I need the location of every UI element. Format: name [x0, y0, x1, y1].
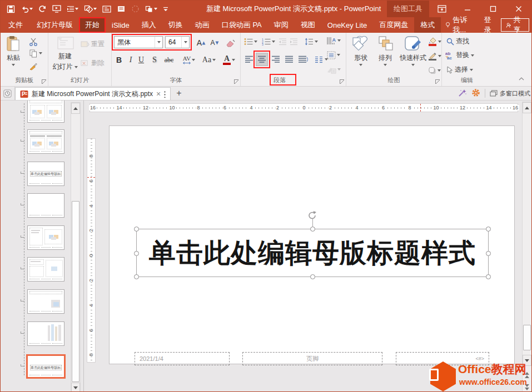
shapes-button[interactable]: 形状	[349, 36, 373, 66]
main-scrollbar[interactable]	[522, 102, 532, 392]
font-size-combo[interactable]: 64	[165, 36, 190, 48]
character-spacing-button[interactable]: AV	[180, 54, 198, 66]
new-document-tab-button[interactable]: +	[171, 87, 187, 100]
office-tab-menu-icon[interactable]	[1, 87, 15, 100]
date-placeholder[interactable]: 2021/1/4	[135, 352, 230, 365]
tab-format[interactable]: 格式	[414, 17, 441, 33]
shrink-font-button[interactable]: A	[208, 37, 221, 48]
line-spacing-button[interactable]	[303, 36, 320, 47]
tab-review[interactable]: 审阅	[268, 17, 295, 33]
indent-lines-icon[interactable]	[65, 4, 80, 14]
tab-onekey[interactable]: OneKey Lite	[321, 17, 374, 33]
italic-button[interactable]: I	[126, 54, 135, 66]
slide-thumbnail-6[interactable]	[27, 257, 64, 282]
text-direction-button[interactable]: A	[323, 35, 344, 46]
main-scroll-up-icon[interactable]	[523, 102, 531, 113]
paragraph-dialog-launcher[interactable]	[340, 79, 344, 84]
slide-thumbnail-4[interactable]	[27, 193, 64, 218]
sign-in-button[interactable]: 登录	[478, 17, 500, 33]
resize-handle-e[interactable]	[486, 251, 491, 256]
customize-qat-icon[interactable]	[161, 5, 170, 13]
distribute-text-button[interactable]	[296, 53, 310, 66]
increase-indent-button[interactable]	[289, 36, 299, 47]
text-shadow-button[interactable]: S	[150, 54, 160, 66]
bullets-button[interactable]	[243, 36, 258, 47]
resize-handle-sw[interactable]	[134, 274, 139, 279]
shape-fill-button[interactable]	[429, 36, 441, 47]
quick-styles-button[interactable]: 快速样式	[397, 36, 429, 66]
multi-window-mode-button[interactable]: 多窗口模式	[490, 89, 530, 98]
align-center-button[interactable]	[256, 53, 268, 66]
drawing-dialog-launcher[interactable]	[435, 79, 440, 84]
tab-transitions[interactable]: 切换	[162, 17, 189, 33]
tab-baidu-netdisk[interactable]: 百度网盘	[373, 17, 414, 33]
reset-button[interactable]: 重置	[81, 39, 105, 49]
shape-combine-icon[interactable]	[82, 4, 98, 14]
tab-pocket-animation[interactable]: 口袋动画 PA	[216, 17, 268, 33]
slide-canvas[interactable]: 单击此处编辑母版标题样式 2021/1/4 页脚 <#>	[109, 125, 515, 364]
tab-menu-icon[interactable]	[164, 91, 166, 98]
format-painter-button[interactable]	[27, 61, 40, 72]
share-button[interactable]: 共享	[501, 18, 529, 32]
resize-handle-w[interactable]	[134, 251, 139, 256]
tab-islide[interactable]: iSlide	[106, 17, 136, 33]
undo-icon[interactable]	[19, 4, 34, 14]
resize-handle-ne[interactable]	[486, 227, 491, 232]
save-icon[interactable]	[5, 4, 17, 14]
slide-thumbnail-7[interactable]	[27, 289, 64, 314]
main-scrollbar-thumb[interactable]	[523, 325, 531, 350]
resize-handle-s[interactable]	[310, 274, 315, 279]
gear-icon[interactable]	[471, 88, 480, 99]
redo-icon[interactable]	[37, 4, 48, 14]
thumbnail-scroll-up-icon[interactable]	[71, 103, 80, 114]
tab-view[interactable]: 视图	[295, 17, 321, 33]
underline-button[interactable]: U	[136, 54, 146, 66]
thumbnail-scroll-down-icon[interactable]	[71, 383, 80, 392]
replace-button[interactable]: abac 替换	[445, 51, 474, 60]
slide-thumbnail-2[interactable]	[27, 129, 64, 154]
strikethrough-button[interactable]: abc	[162, 54, 176, 66]
arrange-button[interactable]: 排列	[374, 36, 396, 66]
resize-handle-nw[interactable]	[134, 227, 139, 232]
tab-slide-master[interactable]: 幻灯片母版	[31, 17, 79, 33]
tell-me-box[interactable]: 告诉我...	[441, 17, 478, 33]
grow-font-button[interactable]: A	[195, 37, 207, 48]
tab-close-icon[interactable]: ×	[156, 89, 161, 98]
text-box-icon[interactable]	[101, 4, 113, 14]
footer-placeholder[interactable]: 页脚	[242, 352, 382, 365]
ribbon-display-options-icon[interactable]	[429, 1, 455, 17]
align-left-button[interactable]	[243, 53, 255, 66]
arrange-layers-icon[interactable]	[143, 4, 159, 14]
slide-thumbnail-8[interactable]	[27, 321, 64, 346]
font-color-button[interactable]: A	[221, 54, 237, 66]
clipboard-dialog-launcher[interactable]	[42, 79, 46, 84]
slide-thumbnail-3[interactable]: 单击此处编辑母版标题样式	[27, 162, 64, 186]
tab-file[interactable]: 文件	[1, 17, 31, 33]
slide-thumbnail-1[interactable]	[27, 100, 64, 123]
slide-thumbnail-9[interactable]: 单击此处编辑母版标题样式	[26, 354, 66, 379]
cut-button[interactable]	[27, 37, 40, 47]
resize-handle-se[interactable]	[486, 274, 491, 279]
rotation-handle-icon[interactable]	[307, 210, 317, 222]
thumbnail-scrollbar[interactable]	[71, 102, 81, 392]
font-name-combo[interactable]: 黑体	[114, 36, 163, 48]
title-placeholder-box[interactable]: 单击此处编辑母版标题样式	[136, 229, 489, 277]
new-slide-icon[interactable]	[115, 4, 127, 14]
wand-icon[interactable]	[458, 88, 467, 99]
bold-button[interactable]: B	[114, 54, 124, 66]
document-tab-active[interactable]: P 新建 Microsoft PowerPoint 演示文稿.pptx ×	[15, 87, 171, 100]
select-button[interactable]: 选择	[446, 65, 473, 74]
copy-button[interactable]	[27, 48, 44, 58]
thumbnail-scrollbar-thumb[interactable]	[72, 201, 79, 382]
justify-button[interactable]	[283, 53, 295, 66]
shape-outline-button[interactable]	[429, 51, 441, 62]
shape-effects-button[interactable]	[429, 65, 441, 76]
delete-button[interactable]: 删除	[81, 58, 105, 68]
tab-home[interactable]: 开始	[79, 17, 106, 33]
font-dialog-launcher[interactable]	[234, 79, 238, 84]
collapse-ribbon-button[interactable]	[516, 75, 526, 83]
paste-button[interactable]: 粘贴	[3, 36, 23, 66]
new-slide-button[interactable]: 新建 幻灯片	[52, 35, 78, 72]
start-slideshow-icon[interactable]	[51, 4, 63, 14]
tab-animations[interactable]: 动画	[189, 17, 216, 33]
